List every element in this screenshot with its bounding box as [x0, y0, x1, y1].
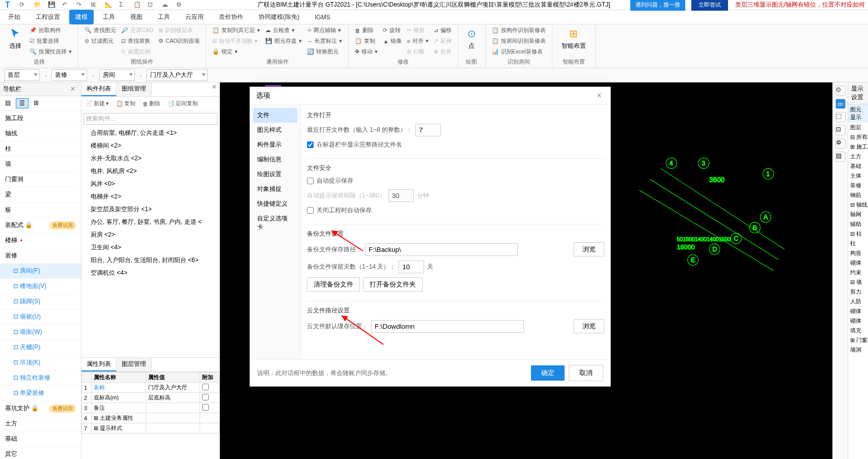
tab-drawings[interactable]: 图纸管理 — [117, 82, 152, 96]
menu-view[interactable]: 视图 — [124, 10, 149, 24]
tree-item[interactable]: 填充 — [848, 326, 868, 335]
qat-icon[interactable]: ↷ — [76, 1, 85, 9]
ribbon-btn[interactable]: ⊿ 偏移 — [432, 25, 454, 35]
draw-point[interactable]: ⊙点 — [462, 25, 481, 52]
view-icon[interactable]: ⊙ — [835, 85, 846, 96]
backup-days-input[interactable] — [399, 261, 424, 273]
component-item[interactable]: 电梯井 <2> — [81, 190, 219, 203]
ribbon-btn[interactable]: 📋 复制到其它层 ▾ — [210, 25, 262, 35]
tree-item[interactable]: ⊟ 所有构件 — [848, 132, 868, 142]
close-icon[interactable]: × — [209, 82, 219, 96]
nav-item[interactable]: ⊡ 天棚(P) — [0, 340, 81, 355]
tree-item[interactable]: 主体 — [848, 171, 868, 181]
ribbon-btn[interactable]: ⚙ CAD识别选项 — [156, 36, 202, 46]
menu-tools2[interactable]: 工具 — [152, 10, 176, 24]
dlg-tab-snap[interactable]: 对象捕捉 — [253, 182, 297, 196]
qat-icon[interactable]: ☁ — [162, 1, 170, 9]
floor-selector[interactable]: 首层 — [4, 69, 40, 81]
gear-icon[interactable]: ⚙ — [835, 138, 846, 149]
nav-item[interactable]: 其它 — [0, 447, 81, 459]
tree-item[interactable]: ⊞ 门窗洞 — [848, 335, 868, 345]
ribbon-btn[interactable]: ≡ 对齐 ▾ — [405, 36, 430, 46]
component-item[interactable]: 空调机位 <4> — [81, 267, 219, 279]
try-button[interactable]: 立即尝试 — [691, 0, 728, 11]
copy-button[interactable]: 📋 复制 — [114, 99, 137, 108]
qat-icon[interactable]: 📋 — [133, 1, 142, 9]
delete-button[interactable]: 🗑 删除 — [141, 99, 162, 108]
nav-item[interactable]: 施工段 — [0, 111, 81, 126]
menu-price[interactable]: 造价协作 — [213, 10, 249, 24]
qat-icon[interactable]: ⟳ — [19, 1, 27, 9]
ribbon-btn[interactable]: ⊡ 查找替换 — [119, 36, 155, 46]
2d-icon[interactable]: 2D — [835, 99, 846, 109]
tree-item[interactable]: 约束 — [848, 268, 868, 277]
tab-components[interactable]: 构件列表 — [81, 82, 117, 96]
tab-layers[interactable]: 图层管理 — [117, 358, 152, 371]
ribbon-btn[interactable]: 💾 图元存盘 ▾ — [263, 36, 304, 46]
ribbon-btn[interactable]: ✥ 移动 ▾ — [353, 47, 380, 56]
browse-button[interactable]: 浏览 — [574, 319, 604, 333]
menu-collab[interactable]: 协同建模(限免) — [253, 10, 305, 24]
search-banner[interactable]: 遇到问题，搜一搜 — [630, 0, 685, 11]
tree-item[interactable]: ⊟ 轴线 — [848, 200, 868, 210]
tree-item[interactable]: 柱 — [848, 239, 868, 248]
backup-path-input[interactable] — [365, 243, 518, 256]
dlg-tab-draw[interactable]: 绘图设置 — [253, 167, 297, 182]
ribbon-btn[interactable]: 🔄 转换图元 — [305, 47, 344, 56]
nav-item[interactable]: ⊡ 踢脚(S) — [0, 294, 81, 309]
component-item[interactable]: 楼梯间 <2> — [81, 139, 219, 152]
tree-item[interactable]: ⊟ 柱 — [848, 229, 868, 239]
nav-item[interactable]: 板 — [0, 203, 81, 218]
tree-item[interactable]: 基础 — [848, 161, 868, 171]
nav-item[interactable]: ⊡ 墙裙(U) — [0, 309, 81, 325]
qat-icon[interactable]: 📐 — [105, 1, 113, 9]
qat-icon[interactable]: 💾 — [48, 1, 56, 9]
ribbon-btn[interactable]: 📌 拾取构件 — [27, 25, 74, 35]
tree-item[interactable]: 构造 — [848, 248, 868, 258]
nav-item[interactable]: 柱 — [0, 141, 81, 157]
tree-item[interactable]: 土方 — [848, 152, 868, 161]
category-selector[interactable]: 装修 — [51, 69, 87, 81]
cancel-button[interactable]: 取消 — [569, 365, 603, 381]
tree-item[interactable]: 钢筋 — [848, 190, 868, 200]
nav-item[interactable]: ⊡ 吊顶(K) — [0, 355, 81, 370]
nav-item[interactable]: 轴线 — [0, 126, 81, 141]
tab-properties[interactable]: 属性列表 — [81, 358, 117, 371]
tree-item[interactable]: 砌体 — [848, 316, 868, 326]
nav-item[interactable]: ⊡ 房间(F) — [0, 264, 81, 279]
tree-item[interactable]: 剪力 — [848, 287, 868, 297]
nav-item[interactable]: 基础 — [0, 432, 81, 447]
ribbon-btn[interactable]: 🔍 查找图元 — [82, 25, 118, 35]
search-input[interactable]: 搜索构件... — [83, 113, 217, 125]
tree-item[interactable]: 轴网 — [848, 210, 868, 219]
room-selector[interactable]: 门厅及入户大厅 — [147, 69, 208, 81]
qat-icon[interactable]: 📁 — [34, 1, 42, 9]
menu-model[interactable]: 建模 — [69, 10, 94, 24]
ribbon-btn[interactable]: 📋 复制 — [353, 36, 380, 46]
tree-item[interactable]: ⊟ 墙 — [848, 277, 868, 287]
ribbon-btn[interactable]: 📋 按房间识别装修表 — [490, 36, 548, 46]
browse-button[interactable]: 浏览 — [574, 242, 604, 256]
ribbon-btn[interactable]: 🗑 删除 — [353, 25, 380, 35]
ribbon-btn[interactable]: ☁ 云检查 ▾ — [263, 25, 304, 35]
component-item[interactable]: 卫生间 <4> — [81, 241, 219, 254]
clear-backup-button[interactable]: 清理备份文件 — [307, 277, 360, 292]
component-item[interactable]: 厨房 <2> — [81, 228, 219, 241]
nav-item-trial[interactable]: 装配式 🔒免费试用 — [0, 218, 81, 233]
nav-item[interactable]: 装修 — [0, 248, 81, 264]
menu-tools[interactable]: 工具 — [97, 10, 121, 24]
dlg-tab-file[interactable]: 文件 — [253, 108, 297, 123]
nav-item[interactable]: 楼梯 • — [0, 233, 81, 248]
nav-item[interactable]: ⊡ 独立柱装修 — [0, 370, 81, 386]
qat-icon[interactable]: ⊞ — [91, 1, 99, 9]
cube-icon[interactable]: ⬚ — [835, 112, 846, 122]
nav-item[interactable]: 门窗洞 — [0, 172, 81, 187]
dlg-tab-custom[interactable]: 自定义选项卡 — [253, 211, 297, 235]
nav-view-btn[interactable]: ☰ — [16, 98, 29, 108]
tree-item[interactable]: 装修 — [848, 181, 868, 190]
menu-project[interactable]: 工程设置 — [30, 10, 66, 24]
ribbon-btn[interactable]: 📊 识别Excel装修表 — [490, 47, 548, 56]
component-item[interactable]: 办公, 客厅, 餐厅, 卧室, 书房, 户内, 走道 < — [81, 216, 219, 228]
ribbon-btn[interactable]: 🔒 锁定 ▾ — [210, 47, 262, 56]
ribbon-btn[interactable]: ⊹ 两点辅轴 ▾ — [305, 25, 344, 35]
